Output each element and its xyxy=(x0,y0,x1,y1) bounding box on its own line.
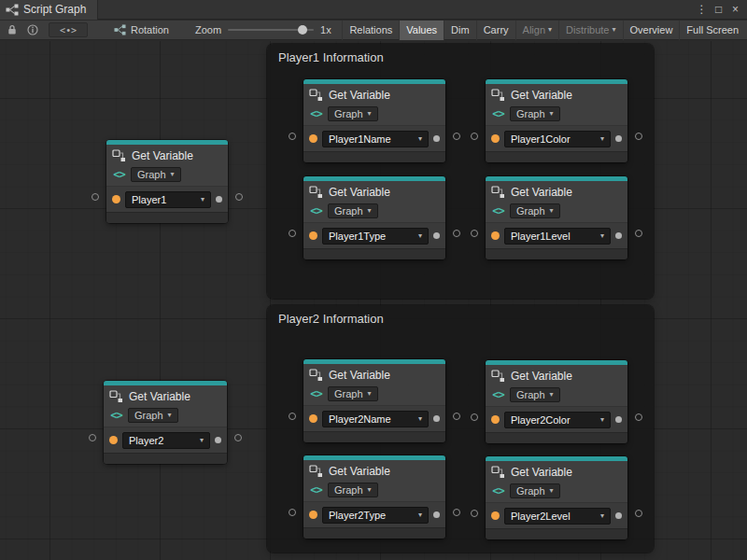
value-input-dot[interactable] xyxy=(309,231,317,240)
output-port[interactable] xyxy=(235,193,243,201)
variable-scope-label: Graph xyxy=(134,410,163,421)
get-variable-node-player2name[interactable]: Get Variable <> Graph ▾ Player2Name ▾ xyxy=(303,359,445,442)
output-port[interactable] xyxy=(635,510,642,517)
variable-scope-label: Graph xyxy=(516,108,545,119)
variable-scope-dropdown[interactable]: Graph ▾ xyxy=(328,483,378,497)
variable-scope-dropdown[interactable]: Graph ▾ xyxy=(510,483,560,498)
node-body: Player1Name ▾ xyxy=(303,125,445,151)
variable-name-label: Player1Type xyxy=(329,231,415,242)
input-port[interactable] xyxy=(289,509,296,516)
variable-scope-dropdown[interactable]: Graph ▾ xyxy=(510,106,560,121)
value-output-dot[interactable] xyxy=(433,415,440,422)
window-menu-icon[interactable]: ⋮ xyxy=(695,3,709,16)
input-port[interactable] xyxy=(289,133,296,140)
output-port[interactable] xyxy=(453,133,460,140)
get-variable-node-player2level[interactable]: Get Variable <> Graph ▾ Player2Level ▾ xyxy=(486,456,627,539)
node-header: Get Variable <> Graph ▾ xyxy=(104,385,227,427)
value-output-dot[interactable] xyxy=(615,232,622,239)
zoom-slider[interactable] xyxy=(228,25,314,35)
get-variable-node-player2type[interactable]: Get Variable <> Graph ▾ Player2Type ▾ xyxy=(303,455,445,539)
toolbar-button-full-screen[interactable]: Full Screen ▾ xyxy=(679,21,745,40)
toolbar-button-align[interactable]: Align ▾ xyxy=(515,21,558,40)
input-port[interactable] xyxy=(289,413,296,420)
variable-name-dropdown[interactable]: Player1Color ▾ xyxy=(504,131,611,147)
output-port[interactable] xyxy=(635,133,642,140)
input-port[interactable] xyxy=(471,133,478,140)
output-port[interactable] xyxy=(234,434,242,441)
variable-name-dropdown[interactable]: Player2Level ▾ xyxy=(504,508,611,525)
variable-scope-dropdown[interactable]: Graph ▾ xyxy=(510,387,560,402)
output-port[interactable] xyxy=(635,413,642,421)
variable-name-dropdown[interactable]: Player2Name ▾ xyxy=(322,411,429,427)
toolbar-button-overview[interactable]: Overview ▾ xyxy=(623,21,680,40)
get-variable-node-player2[interactable]: Get Variable <> Graph ▾ Player2 ▾ xyxy=(104,381,227,464)
toolbar-button-relations[interactable]: Relations ▾ xyxy=(342,21,399,40)
output-port[interactable] xyxy=(453,230,460,237)
variable-name-dropdown[interactable]: Player2Color ▾ xyxy=(504,412,611,428)
variable-scope-label: Graph xyxy=(334,108,363,119)
value-input-dot[interactable] xyxy=(109,436,118,444)
output-port[interactable] xyxy=(453,413,460,420)
variable-name-dropdown[interactable]: Player1Name ▾ xyxy=(322,131,429,147)
value-output-dot[interactable] xyxy=(615,135,622,142)
value-input-dot[interactable] xyxy=(309,134,317,143)
node-title: Get Variable xyxy=(511,370,572,383)
dropdown-caret-icon: ▾ xyxy=(600,232,604,240)
value-input-dot[interactable] xyxy=(309,511,317,519)
value-input-dot[interactable] xyxy=(112,195,120,203)
get-variable-node-player1color[interactable]: Get Variable <> Graph ▾ Player1Color ▾ xyxy=(486,79,627,162)
value-output-dot[interactable] xyxy=(433,511,440,518)
input-port[interactable] xyxy=(471,230,478,237)
variable-name-dropdown[interactable]: Player2 ▾ xyxy=(122,432,210,449)
get-variable-node-player2color[interactable]: Get Variable <> Graph ▾ Player2Color ▾ xyxy=(486,360,627,443)
dropdown-caret-icon: ▾ xyxy=(548,26,552,34)
tab-script-graph[interactable]: Script Graph xyxy=(0,0,98,20)
toolbar-button-carry[interactable]: Carry ▾ xyxy=(476,21,515,40)
value-output-dot[interactable] xyxy=(615,512,622,519)
variable-scope-dropdown[interactable]: Graph ▾ xyxy=(328,386,378,401)
code-view-button[interactable]: <∙> xyxy=(49,22,88,37)
variable-scope-dropdown[interactable]: Graph ▾ xyxy=(328,106,378,121)
variable-name-dropdown[interactable]: Player1Level ▾ xyxy=(504,228,611,245)
toolbar-button-values[interactable]: Values ▾ xyxy=(399,21,444,40)
window-maximize-icon[interactable]: □ xyxy=(712,3,726,16)
value-output-dot[interactable] xyxy=(215,437,221,443)
value-input-dot[interactable] xyxy=(309,414,317,423)
input-port[interactable] xyxy=(89,434,96,441)
zoom-slider-handle[interactable] xyxy=(298,25,307,35)
toolbar-button-label: Align xyxy=(523,24,545,35)
variable-name-dropdown[interactable]: Player1Type ▾ xyxy=(322,228,429,245)
get-variable-node-player1name[interactable]: Get Variable <> Graph ▾ Player1Name ▾ xyxy=(303,79,445,162)
graph-canvas[interactable]: Player1 Information Player2 Information … xyxy=(0,41,747,560)
get-variable-node-player1type[interactable]: Get Variable <> Graph ▾ Player1Type ▾ xyxy=(303,176,445,259)
info-button[interactable] xyxy=(22,22,43,38)
output-port[interactable] xyxy=(635,230,642,237)
variable-name-dropdown[interactable]: Player2Type ▾ xyxy=(322,507,429,524)
lock-button[interactable] xyxy=(2,22,22,38)
value-output-dot[interactable] xyxy=(433,232,440,239)
variable-scope-dropdown[interactable]: Graph ▾ xyxy=(131,167,181,182)
value-output-dot[interactable] xyxy=(216,196,222,203)
toolbar-button-distribute[interactable]: Distribute ▾ xyxy=(558,21,622,40)
graph-breadcrumb[interactable]: Rotation xyxy=(114,24,169,35)
output-port[interactable] xyxy=(453,509,460,516)
variable-scope-label: Graph xyxy=(334,484,363,496)
variable-name-dropdown[interactable]: Player1 ▾ xyxy=(125,191,211,208)
input-port[interactable] xyxy=(471,510,478,517)
value-input-dot[interactable] xyxy=(491,415,500,424)
get-variable-node-player1level[interactable]: Get Variable <> Graph ▾ Player1Level ▾ xyxy=(486,176,627,259)
toolbar-button-dim[interactable]: Dim ▾ xyxy=(444,21,476,40)
get-variable-node-player1[interactable]: Get Variable <> Graph ▾ Player1 ▾ xyxy=(106,140,228,223)
value-output-dot[interactable] xyxy=(615,416,622,423)
value-input-dot[interactable] xyxy=(491,231,500,240)
window-close-icon[interactable]: × xyxy=(728,3,742,16)
input-port[interactable] xyxy=(471,413,478,421)
input-port[interactable] xyxy=(92,193,99,201)
value-input-dot[interactable] xyxy=(491,511,500,520)
variable-scope-dropdown[interactable]: Graph ▾ xyxy=(128,408,178,423)
variable-scope-dropdown[interactable]: Graph ▾ xyxy=(328,203,378,218)
variable-scope-dropdown[interactable]: Graph ▾ xyxy=(510,203,560,218)
input-port[interactable] xyxy=(289,230,296,237)
value-output-dot[interactable] xyxy=(433,135,440,142)
value-input-dot[interactable] xyxy=(491,134,500,143)
